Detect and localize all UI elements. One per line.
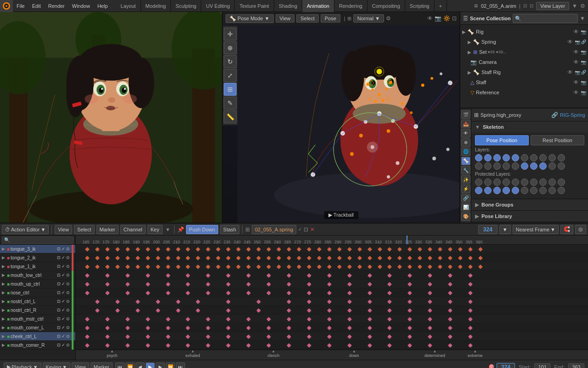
keyframe-10-255[interactable] (266, 334, 271, 339)
keyframe-8-215[interactable] (186, 317, 190, 322)
layer-17[interactable] (530, 162, 537, 170)
keyframe-4-295[interactable] (347, 282, 352, 287)
player-11[interactable] (475, 187, 482, 194)
keyframe-1-265[interactable] (287, 256, 291, 260)
tab-texture-paint[interactable]: Texture Paint (235, 0, 274, 12)
keyframe-2-225[interactable] (206, 264, 210, 269)
pose-library-header[interactable]: ▶ Pose Library (471, 211, 588, 222)
keyframe-2-255[interactable] (266, 264, 271, 269)
keyframe-2-280[interactable] (317, 264, 322, 269)
keyframe-0-215[interactable] (186, 247, 190, 252)
keyframe-4-235[interactable] (226, 282, 231, 287)
keyframe-4-175[interactable] (105, 282, 110, 287)
keyframe-10-285[interactable] (327, 334, 332, 339)
keyframe-9-255[interactable] (266, 326, 271, 330)
layer-20[interactable] (558, 162, 565, 170)
keyframe-2-355[interactable] (468, 264, 473, 269)
keyframe-0-255[interactable] (266, 247, 271, 252)
keyframe-6-305[interactable] (368, 299, 372, 304)
collection-reference[interactable]: ▽ Reference 👁 📷 (460, 87, 588, 98)
timeline-row-4[interactable] (76, 280, 588, 288)
timeline-row-0[interactable] (76, 245, 588, 253)
keyframe-0-195[interactable] (146, 247, 150, 252)
keyframe-7-170[interactable] (95, 308, 100, 313)
jump-end-btn[interactable]: ⏭ (176, 362, 185, 368)
keyframe-11-335[interactable] (428, 343, 432, 348)
keyframe-5-245[interactable] (246, 291, 251, 295)
keyframe-5-285[interactable] (327, 291, 332, 295)
keyframe-4-315[interactable] (388, 282, 392, 287)
keyframe-0-340[interactable] (438, 247, 442, 252)
annotate-tool[interactable]: ✎ (224, 97, 237, 109)
set-eye[interactable]: 👁 (573, 49, 579, 55)
set-render[interactable]: 📷 (581, 50, 586, 55)
keyframe-1-275[interactable] (307, 256, 311, 260)
keyframe-10-165[interactable] (85, 334, 90, 339)
props-tab-modifiers[interactable]: 🔧 (461, 166, 470, 174)
keyframe-3-325[interactable] (407, 273, 412, 278)
keyframe-10-245[interactable] (246, 334, 251, 339)
layers-grid[interactable] (475, 154, 584, 170)
keyframe-0-280[interactable] (317, 247, 322, 252)
keyframe-0-345[interactable] (448, 247, 452, 252)
timeline-tracks[interactable] (76, 245, 588, 350)
player-9[interactable] (548, 178, 556, 186)
player-17[interactable] (530, 187, 537, 194)
keyframe-0-205[interactable] (166, 247, 170, 252)
keyframe-7-335[interactable] (428, 308, 432, 313)
keyframe-4-245[interactable] (246, 282, 251, 287)
keyframe-0-300[interactable] (357, 247, 362, 252)
keyframe-11-225[interactable] (206, 343, 210, 348)
keyframe-9-295[interactable] (347, 326, 352, 330)
layer-13[interactable] (493, 162, 501, 170)
keyframe-1-255[interactable] (266, 256, 271, 260)
step-forward-btn[interactable]: ▶ (156, 362, 165, 368)
keyframe-10-225[interactable] (206, 334, 210, 339)
keyframe-3-225[interactable] (206, 273, 210, 278)
filter-btn[interactable]: ▼ (499, 225, 511, 234)
keyframe-0-295[interactable] (347, 247, 352, 252)
keyframe-4-215[interactable] (186, 282, 190, 287)
layer-7[interactable] (530, 154, 537, 161)
pin-icon[interactable]: 📌 (177, 226, 184, 233)
keyframe-9-345[interactable] (448, 326, 452, 330)
track-10-icon1[interactable]: ⊡ (57, 334, 61, 339)
keyframe-3-295[interactable] (347, 273, 352, 278)
player-2[interactable] (484, 178, 492, 186)
current-frame-display[interactable]: 324 (478, 225, 498, 234)
keyframe-11-255[interactable] (266, 343, 271, 348)
keyframe-0-210[interactable] (176, 247, 181, 252)
keyframe-5-215[interactable] (186, 291, 190, 295)
track-tongue1[interactable]: ▶ ■ tongue_1_ik ⊡ ✓ ⊙ (0, 262, 75, 271)
keyframe-9-315[interactable] (388, 326, 392, 330)
transform-tool[interactable]: ⊞ (224, 83, 237, 96)
keyframe-1-225[interactable] (206, 256, 210, 260)
keyframe-11-245[interactable] (246, 343, 251, 348)
keyframe-6-180[interactable] (115, 299, 120, 304)
keyframe-1-205[interactable] (166, 256, 170, 260)
keyframe-6-285[interactable] (327, 299, 332, 304)
ae-channel-btn[interactable]: Channel (120, 225, 146, 234)
keyframe-2-320[interactable] (397, 264, 402, 269)
keyframe-9-285[interactable] (327, 326, 332, 330)
keyframe-5-355[interactable] (468, 291, 473, 295)
keyframe-2-175[interactable] (105, 264, 110, 269)
push-down-btn[interactable]: Push Down (186, 225, 218, 234)
keyframe-3-195[interactable] (146, 273, 150, 278)
keyframe-6-335[interactable] (428, 299, 432, 304)
track-11-icon1[interactable]: ⊡ (57, 343, 61, 347)
end-frame-value[interactable]: 363 (568, 363, 584, 368)
track-0-icon1[interactable]: ⊡ (57, 247, 61, 251)
track-7-icon1[interactable]: ⊡ (57, 308, 61, 312)
cursor-tool[interactable]: ✛ (224, 28, 237, 40)
keyframe-11-185[interactable] (125, 343, 130, 348)
tab-scripting[interactable]: Scripting (405, 0, 435, 12)
step-back-btn[interactable]: ◀ (136, 362, 145, 368)
keyframe-1-280[interactable] (317, 256, 322, 260)
collection-rig[interactable]: ▶ 🦴 Rig 👁 📷 (460, 27, 588, 37)
ae-key-btn[interactable]: Key (147, 225, 163, 234)
keyframe-5-295[interactable] (347, 291, 352, 295)
player-4[interactable] (503, 178, 510, 186)
keyframe-0-335[interactable] (428, 247, 432, 252)
keyframe-1-245[interactable] (246, 256, 251, 260)
